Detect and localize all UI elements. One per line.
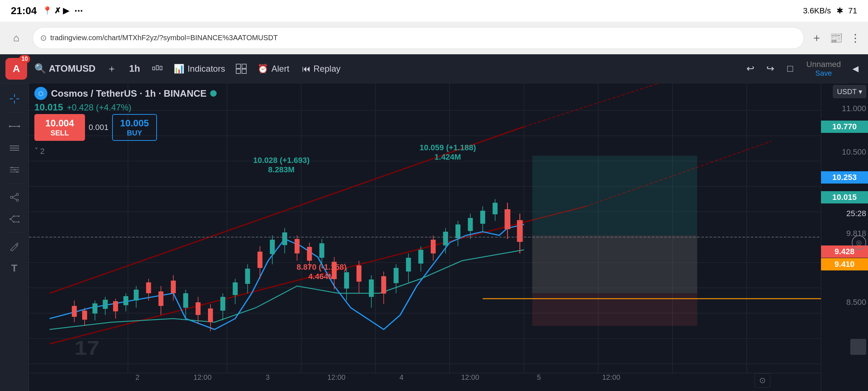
price-tick-11000: 11.000 [842, 104, 866, 113]
network-tool[interactable] [4, 187, 24, 207]
sell-price: 10.004 [45, 118, 74, 129]
home-button[interactable]: ⌂ [7, 29, 25, 47]
network-speed: 3.6KB/s [803, 6, 831, 16]
alert-button[interactable]: ⏰ Alert [252, 60, 294, 78]
svg-rect-87 [208, 308, 213, 322]
url-text: tradingview.com/chart/MTXhF2yz/?symbol=B… [50, 34, 278, 42]
redo-button[interactable]: ↪ [761, 60, 779, 78]
svg-line-33 [11, 216, 13, 219]
svg-rect-77 [146, 282, 151, 293]
add-symbol-button[interactable]: ＋ [103, 60, 121, 78]
svg-rect-83 [183, 293, 188, 308]
time-axis-bar: 2 12:00 3 12:00 4 12:00 5 12:00 ⊙ [29, 373, 821, 391]
bluetooth-icon: ✱ [837, 6, 843, 16]
svg-rect-133 [493, 203, 498, 214]
buy-button[interactable]: 10.005 BUY [112, 114, 157, 141]
tv-toolbar: A 10 🔍 ATOMUSD ＋ 1h 📊 Indicators ⏰ Ale [0, 54, 868, 83]
currency-dropdown[interactable]: USDT ▾ [833, 85, 866, 98]
zoom-button[interactable] [850, 339, 866, 355]
timeframe-label: 1h [129, 63, 140, 74]
replay-button[interactable]: ⏮ Replay [297, 60, 346, 78]
top-candle-label-1: 10.028 (+1.693) 8.283M [253, 156, 310, 175]
sell-label: SELL [50, 129, 69, 137]
svg-point-25 [16, 199, 18, 201]
svg-rect-137 [517, 220, 523, 242]
status-time-area: 21:04 📍 ✗ ▶ ··· [11, 5, 83, 17]
svg-rect-119 [406, 258, 411, 272]
indicators-button[interactable]: 📊 Indicators [168, 60, 230, 78]
expand-chevron: ˅ [34, 147, 38, 156]
indicators-icon: 📊 [174, 64, 184, 74]
price-tick-10500: 10.500 [842, 147, 866, 157]
tv-logo[interactable]: A 10 [5, 58, 27, 80]
symbol-label: ATOMUSD [49, 63, 95, 74]
more-options-button[interactable]: ⋮ [850, 31, 861, 44]
status-icons-area: 📍 ✗ ▶ [42, 6, 69, 16]
collapse-panel-button[interactable]: ◀ [848, 54, 863, 83]
separator-1 [7, 112, 22, 113]
dots-menu: ··· [75, 5, 83, 17]
time-label-3: 3 [265, 373, 269, 382]
svg-rect-101 [295, 239, 300, 253]
multi-lines-tool[interactable] [4, 160, 24, 180]
templates-button[interactable] [232, 60, 250, 78]
svg-rect-89 [220, 297, 225, 311]
url-bar[interactable]: ⊙ tradingview.com/chart/MTXhF2yz/?symbol… [33, 27, 804, 49]
symbol-button[interactable]: 🔍 ATOMUSD [29, 60, 101, 78]
svg-rect-71 [113, 301, 118, 311]
buy-label: BUY [127, 129, 142, 137]
svg-rect-85 [196, 302, 201, 315]
crosshair-tool[interactable] [4, 89, 24, 109]
svg-rect-111 [357, 265, 362, 282]
svg-point-21 [14, 169, 16, 171]
top-candle-label-2: 10.059 (+1.188) 1.424M [420, 143, 476, 162]
chart-header: ⬡ Cosmos / TetherUS · 1h · BINANCE 10.01… [34, 87, 217, 113]
add-tab-button[interactable]: ＋ [811, 30, 822, 45]
text-tool[interactable]: T [4, 258, 24, 278]
pattern-tool[interactable] [4, 209, 24, 229]
expand-number: 2 [40, 147, 44, 156]
reader-mode-button[interactable]: 📰 [829, 31, 843, 44]
svg-rect-115 [381, 276, 386, 294]
replay-icon: ⏮ [302, 64, 311, 74]
svg-rect-4 [242, 64, 246, 68]
fullscreen-button[interactable]: □ [781, 60, 799, 78]
chart-title: Cosmos / TetherUS · 1h · BINANCE [51, 88, 207, 99]
horizontal-lines-tool[interactable] [4, 138, 24, 158]
save-layout-button[interactable]: Unnamed Save [801, 60, 846, 77]
main-area: T [0, 83, 868, 391]
svg-rect-95 [258, 252, 263, 268]
browser-bar: ⌂ ⊙ tradingview.com/chart/MTXhF2yz/?symb… [0, 22, 868, 54]
svg-line-26 [13, 195, 16, 197]
locate-button[interactable]: ⊙ [754, 373, 770, 388]
timeframe-button[interactable]: 1h [123, 60, 146, 78]
svg-rect-125 [443, 232, 448, 245]
notification-badge: 10 [19, 55, 30, 63]
svg-rect-127 [455, 224, 460, 238]
time-label-1200-4: 12:00 [602, 373, 620, 382]
save-label: Save [816, 69, 832, 77]
sell-button[interactable]: 10.004 SELL [34, 114, 85, 141]
line-tool[interactable] [4, 116, 24, 136]
svg-rect-5 [236, 69, 241, 73]
separator-3 [7, 232, 22, 233]
svg-rect-67 [93, 303, 98, 314]
price-axis: USDT ▾ 11.000 10.770 10.500 10.253 10.01… [821, 83, 868, 391]
pencil-tool[interactable] [4, 236, 24, 256]
target-icon[interactable]: ◎ [852, 235, 866, 250]
undo-button[interactable]: ↩ [741, 60, 760, 78]
svg-point-23 [10, 196, 13, 198]
price-badge-10253: 10.253 [821, 171, 868, 184]
indicators-label: Indicators [187, 64, 225, 74]
svg-rect-113 [369, 279, 374, 297]
svg-rect-81 [171, 281, 176, 293]
svg-rect-1 [156, 66, 158, 70]
cosmos-icon: ⬡ [34, 87, 47, 100]
price-tick-8500: 8.500 [846, 298, 866, 307]
expand-row[interactable]: ˅ 2 [34, 147, 44, 156]
svg-rect-123 [431, 240, 436, 253]
chart-type-button[interactable] [148, 60, 166, 78]
svg-rect-91 [233, 282, 238, 295]
status-right-area: 3.6KB/s ✱ 71 [803, 6, 857, 16]
svg-rect-65 [82, 311, 87, 320]
